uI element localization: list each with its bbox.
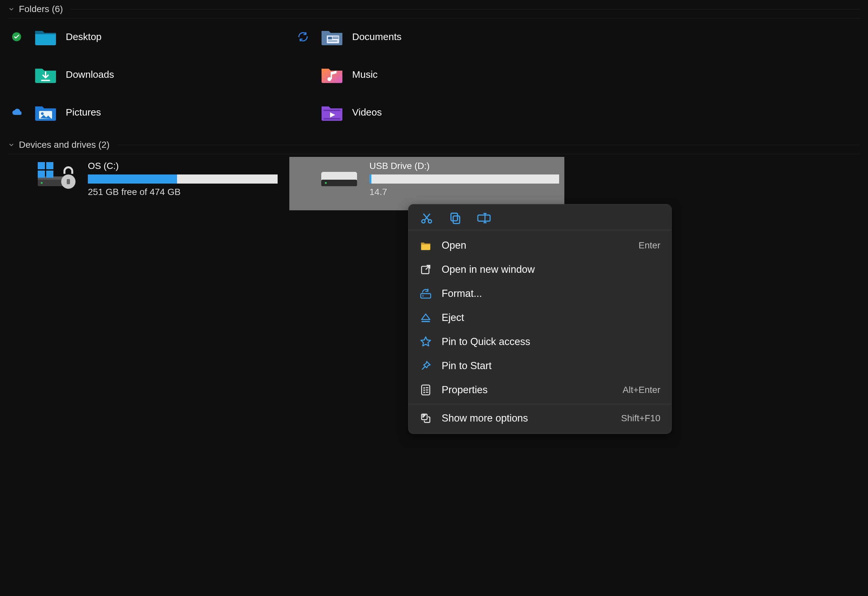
folder-item-pictures[interactable]: Pictures [8,97,288,128]
context-menu-label: Pin to Quick access [441,336,651,348]
folder-label: Desktop [66,31,102,42]
storage-fill [88,174,177,184]
chevron-down-icon [8,6,15,13]
chevron-down-icon [8,141,15,148]
svg-rect-27 [451,213,458,221]
svg-rect-38 [426,389,428,391]
svg-rect-10 [323,110,340,111]
section-divider [117,145,860,145]
folders-grid: Desktop Documents Downloads [8,21,860,128]
svg-rect-36 [424,392,425,393]
svg-rect-30 [421,294,431,298]
storage-fill [369,174,371,184]
context-menu-label: Properties [441,384,613,396]
folder-item-music[interactable]: Music [294,59,574,90]
folder-item-desktop[interactable]: Desktop [8,21,288,52]
folder-item-videos[interactable]: Videos [294,97,574,128]
context-menu-pin-start[interactable]: Pin to Start [409,354,672,378]
copy-icon[interactable] [448,211,462,225]
svg-rect-37 [426,387,428,388]
folders-section: Folders (6) Desktop [0,0,868,128]
star-icon [419,336,432,348]
open-external-icon [419,263,432,276]
svg-rect-15 [38,162,45,169]
svg-rect-34 [424,387,425,389]
context-menu-toolbar [409,204,672,230]
svg-rect-28 [478,215,490,221]
folders-section-title: Folders (6) [19,4,63,14]
rename-icon[interactable] [477,211,491,225]
synced-status-icon [12,32,22,42]
context-menu-label: Open [441,240,629,251]
downloads-folder-icon [34,65,57,84]
drive-item-usb-d[interactable]: USB Drive (D:) 14.7 [289,157,564,210]
svg-rect-11 [323,118,340,119]
context-menu-shortcut: Enter [639,240,660,251]
svg-rect-39 [426,392,428,393]
drive-item-os-c[interactable]: OS (C:) 251 GB free of 474 GB [8,157,283,210]
syncing-status-icon [297,31,309,42]
folder-label: Documents [352,31,402,42]
svg-point-14 [41,182,43,184]
context-menu-pin-quick-access[interactable]: Pin to Quick access [409,330,672,354]
drive-os-icon [36,161,80,191]
format-icon [419,288,432,300]
drive-name: USB Drive (D:) [369,161,559,171]
cut-icon[interactable] [419,211,434,225]
folder-label: Music [352,69,378,80]
context-menu-open-new-window[interactable]: Open in new window [409,257,672,282]
svg-rect-35 [424,389,425,391]
svg-rect-2 [328,37,332,39]
svg-rect-17 [38,171,45,178]
section-divider [70,9,860,9]
folders-section-header[interactable]: Folders (6) [8,0,860,19]
storage-bar [88,174,278,184]
svg-rect-32 [421,321,430,322]
music-folder-icon [321,65,343,84]
context-menu-format[interactable]: Format... [409,282,672,305]
svg-point-23 [325,182,327,184]
drives-section-header[interactable]: Devices and drives (2) [8,136,860,154]
context-menu-shortcut: Shift+F10 [621,413,660,423]
pictures-folder-icon [34,103,57,121]
drives-section: Devices and drives (2) [0,136,868,210]
drive-subtext: 14.7 [369,187,559,197]
storage-bar [369,174,559,184]
svg-rect-18 [46,171,53,178]
svg-rect-7 [331,72,332,79]
folder-label: Downloads [66,69,114,80]
drive-subtext: 251 GB free of 474 GB [88,187,278,197]
properties-icon [419,384,432,396]
context-menu-items: Open Enter Open in new window Format... … [409,230,672,434]
context-menu: Open Enter Open in new window Format... … [408,204,672,434]
desktop-folder-icon [34,28,57,46]
svg-rect-20 [67,179,70,184]
folder-label: Videos [352,107,382,118]
svg-rect-4 [333,37,338,37]
context-menu-label: Eject [441,312,651,323]
context-menu-show-more[interactable]: Show more options Shift+F10 [409,406,672,430]
pin-icon [419,360,432,372]
context-menu-shortcut: Alt+Enter [623,385,660,395]
drive-usb-icon [317,161,361,191]
drives-grid: OS (C:) 251 GB free of 474 GB USB Drive … [8,157,860,210]
context-menu-properties[interactable]: Properties Alt+Enter [409,378,672,402]
context-menu-open[interactable]: Open Enter [409,233,672,257]
context-menu-label: Pin to Start [441,360,651,372]
context-menu-label: Open in new window [441,264,651,275]
drive-name: OS (C:) [88,161,278,171]
show-more-icon [419,412,432,425]
eject-icon [419,311,432,324]
cloud-status-icon [12,108,22,116]
svg-point-31 [422,295,424,297]
context-menu-label: Show more options [441,412,611,424]
context-menu-label: Format... [441,288,651,299]
svg-point-9 [41,112,44,115]
context-menu-eject[interactable]: Eject [409,305,672,330]
folder-open-icon [419,239,432,252]
folder-item-documents[interactable]: Documents [294,21,574,52]
context-menu-divider [409,404,672,404]
svg-rect-16 [46,162,53,169]
folder-label: Pictures [66,107,101,118]
folder-item-downloads[interactable]: Downloads [8,59,288,90]
